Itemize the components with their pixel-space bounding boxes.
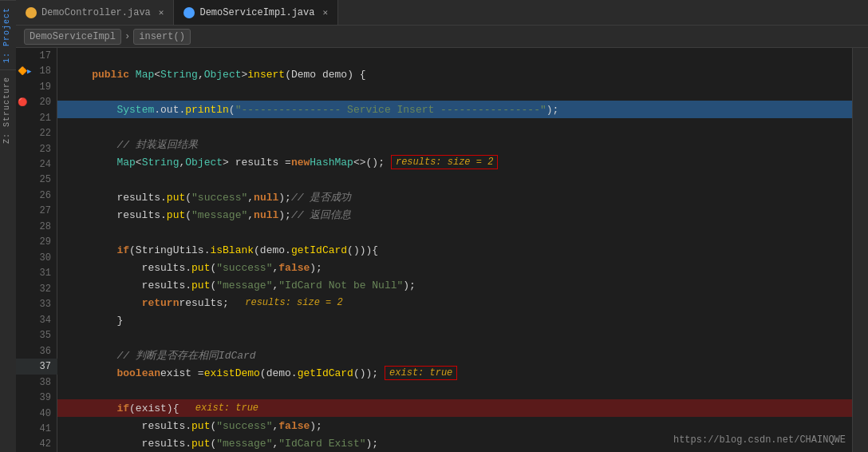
line-19: 19	[16, 79, 57, 94]
code-line-30: results. put ( "message" , "IdCard Not b…	[57, 276, 852, 294]
code-line-35: boolean exist = existDemo (demo. getIdCa…	[57, 364, 852, 382]
code-line-29: results. put ( "success" , false );	[57, 259, 852, 276]
project-tab[interactable]: 1: Project	[0, 0, 16, 69]
code-line-22: // 封装返回结果	[57, 136, 852, 153]
close-icon[interactable]: ✕	[159, 7, 164, 18]
line-21: 21	[16, 110, 57, 125]
debug-exist: exist: true	[385, 366, 457, 380]
debug-arrow: ▶	[27, 67, 31, 76]
line-37: 37	[16, 359, 57, 374]
line-41: 41	[16, 421, 57, 436]
structure-tab[interactable]: Z: Structure	[0, 69, 16, 150]
code-line-17	[57, 48, 852, 65]
code-line-25: results. put ( "success" , null ); // 是否…	[57, 188, 852, 206]
line-33: 33	[16, 297, 57, 312]
line-34: 34	[16, 312, 57, 327]
breadcrumb: DemoServiceImpl › insert()	[16, 26, 868, 48]
watermark: https://blog.csdn.net/CHAINQWE	[673, 434, 846, 446]
line-42: 42	[16, 437, 57, 452]
code-content: public Map < String , Object > insert (D…	[57, 48, 852, 452]
line-38: 38	[16, 375, 57, 390]
line-29: 29	[16, 235, 57, 250]
line-20: 🔴 20	[16, 94, 57, 109]
error-icon: 🔴	[18, 97, 27, 107]
line-27: 27	[16, 204, 57, 219]
debug-inline-results: results: size = 2	[234, 297, 343, 308]
code-line-32: }	[57, 311, 852, 329]
code-line-31: return results; results: size = 2	[57, 294, 852, 311]
tab-bar: DemoController.java ✕ DemoServiceImpl.ja…	[16, 0, 868, 26]
java-icon	[26, 7, 37, 18]
left-panel: 1: Project Z: Structure	[0, 0, 16, 452]
breadcrumb-separator: ›	[124, 31, 130, 42]
code-line-37: if (exist){ exist: true	[57, 399, 852, 417]
line-26: 26	[16, 188, 57, 203]
line-17: 17	[16, 48, 57, 63]
line-35: 35	[16, 327, 57, 343]
line-32: 32	[16, 281, 57, 296]
line-40: 40	[16, 406, 57, 421]
code-line-36	[57, 382, 852, 399]
code-line-19	[57, 83, 852, 101]
line-22: 22	[16, 125, 57, 141]
code-line-21	[57, 118, 852, 136]
line-18: 🔶 ▶ 18	[16, 63, 57, 78]
line-gutter: 17 🔶 ▶ 18 19 🔴 20 21 22 23 24 25 26 27 2…	[16, 48, 57, 452]
tab-label: DemoController.java	[41, 7, 151, 18]
code-line-18: public Map < String , Object > insert (D…	[57, 65, 852, 83]
right-sidebar	[852, 48, 868, 452]
line-25: 25	[16, 172, 57, 188]
code-line-28: if (StringUtils. isBlank (demo. getIdCar…	[57, 241, 852, 259]
breadcrumb-method[interactable]: insert()	[133, 29, 191, 45]
line-24: 24	[16, 157, 57, 172]
line-36: 36	[16, 343, 57, 359]
debug-results: results: size = 2	[391, 155, 498, 169]
code-line-38: results. put ( "success" , false );	[57, 417, 852, 434]
tab-demoserviceimpl[interactable]: DemoServiceImpl.java ✕	[174, 0, 338, 25]
java-icon-active	[183, 7, 195, 18]
code-line-20: System .out. println ( "----------------…	[57, 101, 852, 118]
tab-democontroller[interactable]: DemoController.java ✕	[16, 0, 174, 25]
line-31: 31	[16, 266, 57, 281]
close-icon-active[interactable]: ✕	[322, 7, 328, 18]
code-line-33	[57, 329, 852, 347]
tab-label-active: DemoServiceImpl.java	[199, 7, 314, 18]
breadcrumb-class[interactable]: DemoServiceImpl	[24, 29, 121, 45]
breakpoint-icon: 🔶	[18, 66, 27, 76]
line-39: 39	[16, 390, 57, 405]
editor-area: 17 🔶 ▶ 18 19 🔴 20 21 22 23 24 25 26 27 2…	[16, 48, 852, 452]
line-28: 28	[16, 219, 57, 234]
code-line-23: Map < String , Object > results = new Ha…	[57, 153, 852, 171]
line-23: 23	[16, 141, 57, 157]
line-30: 30	[16, 250, 57, 265]
debug-inline-exist: exist: true	[183, 402, 258, 414]
code-line-27	[57, 224, 852, 241]
code-line-24	[57, 171, 852, 188]
code-line-34: // 判断是否存在相同IdCard	[57, 347, 852, 364]
code-line-26: results. put ( "message" , null ); // 返回…	[57, 206, 852, 224]
